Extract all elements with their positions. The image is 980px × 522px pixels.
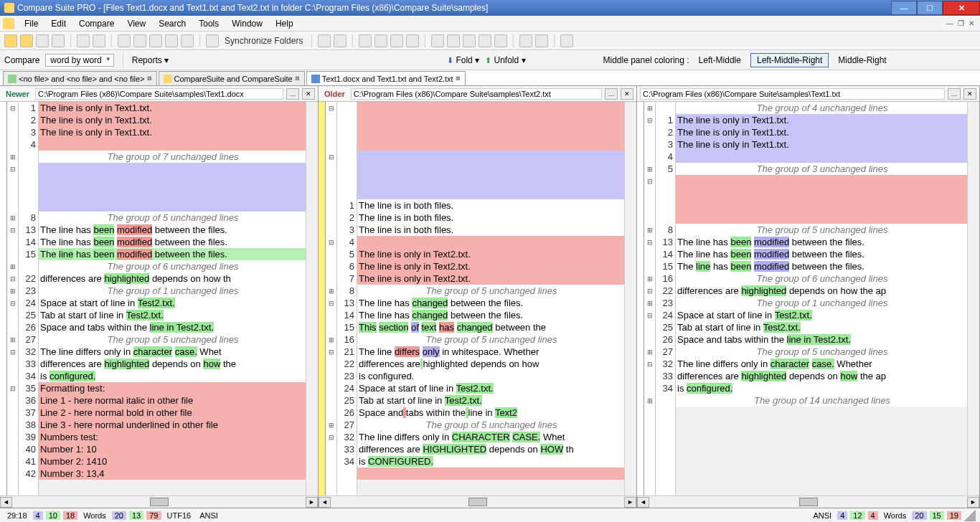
fold-toggle[interactable]: ⊟	[326, 297, 336, 309]
code-line[interactable]: Space and tabs within the line in Text2	[357, 407, 624, 419]
fold-toggle[interactable]: ⊟	[644, 309, 655, 321]
fold-toggle[interactable]: ⊞	[7, 151, 18, 163]
code-line[interactable]: differences are highlighted depends on h…	[676, 370, 967, 382]
code-line[interactable]: Tab at start of line in Test2.txt.	[39, 309, 306, 321]
code-line[interactable]: Number 2: 1410	[39, 455, 306, 468]
minimize-button[interactable]: —	[891, 1, 917, 15]
doc-tab[interactable]: <no file> and <no file> and <no file> ⊠	[3, 71, 157, 85]
goto-next-button[interactable]	[133, 34, 146, 47]
undo-button[interactable]	[77, 34, 90, 47]
merge-right-button[interactable]	[334, 34, 347, 47]
fold-toggle[interactable]: ⊟	[326, 102, 336, 114]
maximize-button[interactable]: ☐	[917, 1, 943, 15]
marker-button[interactable]	[431, 34, 444, 47]
code-line[interactable]	[357, 236, 624, 248]
code-line[interactable]: is configured.	[676, 382, 967, 394]
fold-toggle[interactable]: ⊟	[7, 163, 18, 175]
code-line[interactable]: The line is only in Text1.txt.	[39, 102, 306, 114]
code-line[interactable]	[357, 468, 624, 480]
diff4-button[interactable]	[494, 34, 507, 47]
code-line[interactable]: Line 2 - here normal bold in other file	[39, 407, 306, 419]
code-line[interactable]: differences are highlighted depends on h…	[357, 358, 624, 370]
code-line[interactable]: The group of 1 unchanged lines	[39, 285, 306, 297]
code-line[interactable]: The group of 14 unchanged lines	[676, 394, 967, 407]
diff1-button[interactable]	[447, 34, 460, 47]
goto-last-button[interactable]	[181, 34, 194, 47]
code-line[interactable]: The line has been modified between the f…	[676, 248, 967, 260]
code-line[interactable]: Number 3: 13,4	[39, 468, 306, 480]
code-line[interactable]: The group of 3 unchanged lines	[676, 163, 967, 175]
file-path-input[interactable]	[351, 88, 602, 100]
close-tab-icon[interactable]: ⊠	[295, 75, 300, 82]
vertical-scrollbar[interactable]	[967, 102, 979, 495]
code-line[interactable]: The line is only in Text1.txt.	[39, 114, 306, 126]
fold-toggle[interactable]: ⊞	[326, 419, 336, 431]
code-line[interactable]	[676, 199, 967, 212]
compare-mode-dropdown[interactable]: word by word	[45, 54, 113, 67]
code-line[interactable]: differences are highlighted depends on h…	[676, 285, 967, 297]
fold-toggle[interactable]: ⊞	[644, 297, 655, 309]
code-line[interactable]: Line 1 - here normal italic in other fil…	[39, 394, 306, 407]
code-line[interactable]: The group of 4 unchanged lines	[676, 102, 967, 114]
coloring-left-middle[interactable]: Left-Middle	[692, 53, 748, 67]
fold-toggle[interactable]: ⊟	[644, 175, 655, 187]
code-area[interactable]: The group of 4 unchanged linesThe line i…	[676, 102, 967, 495]
code-line[interactable]	[357, 187, 624, 199]
mdi-close-icon[interactable]: ✕	[969, 19, 974, 27]
view-button[interactable]	[359, 34, 372, 47]
vertical-scrollbar[interactable]	[306, 102, 318, 495]
fold-toggle[interactable]: ⊞	[7, 212, 18, 224]
fold-toggle[interactable]: ⊟	[7, 272, 18, 285]
code-line[interactable]: The group of 5 unchanged lines	[676, 346, 967, 358]
code-line[interactable]: differences are highlighted depends on h…	[39, 358, 306, 370]
code-line[interactable]	[357, 126, 624, 138]
coloring-left-middle-right[interactable]: Left-Middle-Right	[750, 53, 829, 67]
code-line[interactable]: The line is in both files.	[357, 224, 624, 236]
code-line[interactable]: Space at start of line in Test2.txt.	[39, 297, 306, 309]
fold-toggle[interactable]: ⊞	[326, 285, 336, 297]
code-line[interactable]: Tab at start of line in Test2.txt.	[357, 394, 624, 407]
vertical-scrollbar[interactable]	[624, 102, 636, 495]
code-line[interactable]	[39, 163, 306, 175]
code-line[interactable]: The group of 5 unchanged lines	[357, 333, 624, 346]
code-line[interactable]: Numbers test:	[39, 431, 306, 443]
code-line[interactable]: Space at start of line in Test2.txt.	[357, 382, 624, 394]
code-line[interactable]	[357, 102, 624, 114]
diff3-button[interactable]	[479, 34, 491, 47]
fold-toggle[interactable]: ⊟	[7, 102, 18, 114]
code-line[interactable]	[357, 138, 624, 151]
code-line[interactable]: The line is only in Text1.txt.	[676, 114, 967, 126]
close-pane-button[interactable]: ✕	[963, 88, 976, 100]
fold-toggle[interactable]: ⊟	[326, 346, 336, 358]
sync-folders-icon[interactable]	[206, 34, 219, 47]
close-button[interactable]: ✕	[943, 1, 980, 15]
fold-toggle[interactable]: ⊞	[7, 333, 18, 346]
new-button[interactable]	[4, 34, 17, 47]
code-line[interactable]: The line has been modified between the f…	[676, 236, 967, 248]
saveall-button[interactable]	[52, 34, 65, 47]
layout3-button[interactable]	[406, 34, 419, 47]
code-line[interactable]: The group of 6 unchanged lines	[676, 272, 967, 285]
fold-toggle[interactable]: ⊟	[7, 297, 18, 309]
unfold-button[interactable]: ⬆ Unfold ▾	[485, 55, 525, 65]
menu-edit[interactable]: Edit	[45, 17, 72, 30]
code-line[interactable]	[676, 151, 967, 163]
code-line[interactable]: The group of 5 unchanged lines	[676, 224, 967, 236]
code-line[interactable]: The line differs only in character case.…	[676, 358, 967, 370]
doc-tab[interactable]: CompareSuite and CompareSuite ⊠	[159, 71, 305, 85]
code-line[interactable]	[357, 114, 624, 126]
layout1-button[interactable]	[374, 34, 387, 47]
fold-toggle[interactable]: ⊞	[644, 224, 655, 236]
menu-search[interactable]: Search	[153, 17, 192, 30]
file-path-input[interactable]	[35, 88, 283, 100]
code-line[interactable]: Formatting test:	[39, 382, 306, 394]
fold-toggle[interactable]: ⊞	[644, 346, 655, 358]
code-line[interactable]: The line has changed between the files.	[357, 309, 624, 321]
goto-prev-button[interactable]	[118, 34, 131, 47]
browse-button[interactable]: …	[605, 88, 618, 100]
menu-file[interactable]: File	[19, 17, 44, 30]
code-line[interactable]: The line differs only in character case.…	[39, 346, 306, 358]
close-pane-button[interactable]: ✕	[621, 88, 633, 100]
fold-toggle[interactable]: ⊟	[644, 114, 655, 126]
code-line[interactable]: The line is only in Text1.txt.	[676, 126, 967, 138]
